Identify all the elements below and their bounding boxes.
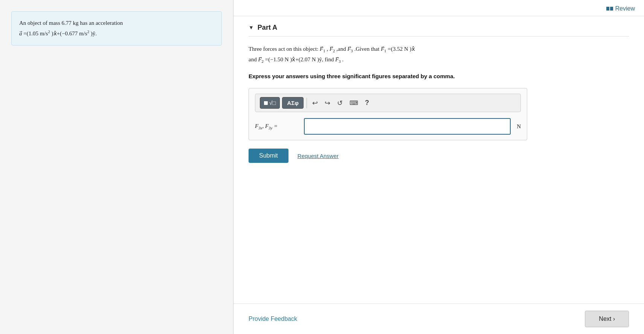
square-icon bbox=[264, 101, 268, 105]
radical-label: √□ bbox=[269, 100, 276, 106]
reset-icon: ↺ bbox=[337, 99, 343, 107]
part-title: Part A bbox=[258, 24, 277, 32]
next-label: Next › bbox=[599, 316, 615, 322]
buttons-row: Submit Request Answer bbox=[249, 149, 629, 163]
keyboard-button[interactable]: ⌨ bbox=[347, 97, 360, 108]
redo-icon: ↪ bbox=[325, 99, 330, 107]
math-label: F3x, F3y = bbox=[255, 123, 300, 130]
answer-instruction: Express your answers using three signifi… bbox=[249, 72, 629, 81]
problem-line1: An object of mass 6.77 kg has an acceler… bbox=[19, 18, 214, 28]
symbol-label: AΣφ bbox=[287, 100, 299, 106]
left-panel: An object of mass 6.77 kg has an acceler… bbox=[0, 0, 233, 334]
help-icon: ? bbox=[365, 99, 369, 106]
reset-button[interactable]: ↺ bbox=[335, 97, 345, 109]
right-panel: Review ▼ Part A Three forces act on this… bbox=[233, 0, 644, 334]
problem-line2: a⃗ =(1.05 m/s2 )x̂+(−0.677 m/s2 )ŷ. bbox=[19, 28, 214, 39]
undo-icon: ↩ bbox=[312, 99, 318, 107]
redo-button[interactable]: ↪ bbox=[322, 97, 333, 109]
part-collapse-arrow[interactable]: ▼ bbox=[249, 25, 254, 31]
math-input-row: F3x, F3y = N bbox=[255, 118, 521, 135]
help-button[interactable]: ? bbox=[363, 97, 371, 108]
answer-input[interactable] bbox=[304, 118, 511, 135]
review-bar: Review bbox=[233, 0, 644, 16]
toolbar-divider bbox=[307, 98, 307, 108]
next-button[interactable]: Next › bbox=[585, 311, 629, 327]
symbol-button[interactable]: AΣφ bbox=[282, 97, 304, 109]
undo-button[interactable]: ↩ bbox=[310, 97, 320, 109]
part-header: ▼ Part A bbox=[249, 24, 629, 36]
problem-box: An object of mass 6.77 kg has an acceler… bbox=[11, 11, 222, 46]
math-toolbar: √□ AΣφ ↩ ↪ ↺ ⌨ bbox=[255, 94, 521, 112]
radical-button[interactable]: √□ bbox=[260, 97, 280, 109]
review-button-label: Review bbox=[615, 5, 635, 12]
request-answer-button[interactable]: Request Answer bbox=[298, 153, 339, 159]
keyboard-icon: ⌨ bbox=[349, 100, 358, 106]
math-input-container: √□ AΣφ ↩ ↪ ↺ ⌨ bbox=[249, 88, 527, 140]
bottom-bar: Provide Feedback Next › bbox=[233, 304, 644, 334]
content-area: ▼ Part A Three forces act on this object… bbox=[233, 16, 644, 304]
main-layout: An object of mass 6.77 kg has an acceler… bbox=[0, 0, 644, 334]
review-button[interactable]: Review bbox=[606, 5, 635, 12]
question-text: Three forces act on this object: F⃗1 , F… bbox=[249, 44, 629, 65]
submit-button[interactable]: Submit bbox=[249, 149, 288, 163]
unit-label: N bbox=[517, 123, 521, 130]
provide-feedback-button[interactable]: Provide Feedback bbox=[249, 316, 297, 322]
review-icon bbox=[606, 7, 613, 11]
